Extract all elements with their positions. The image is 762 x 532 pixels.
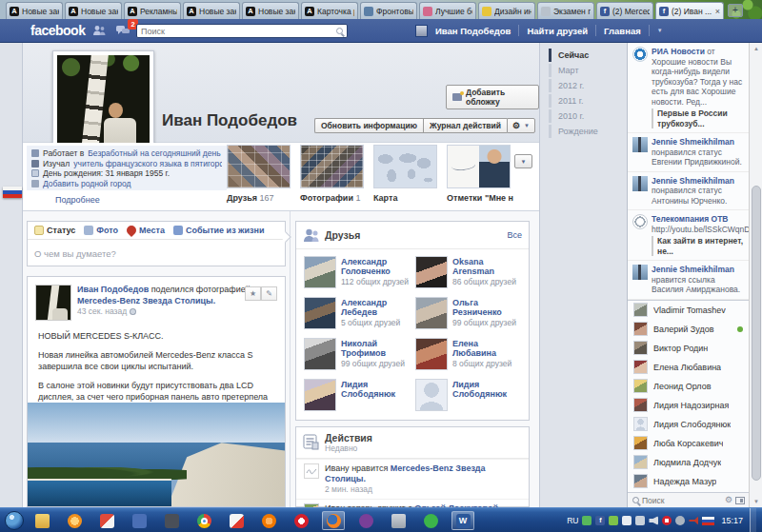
taskbar-clock[interactable]: 15:17 xyxy=(721,516,743,525)
friend-card[interactable]: Лидия Слободянюк xyxy=(304,379,410,411)
ticker-item[interactable]: Телекомпания ОТВ http://youtu.be/lSSkCWq… xyxy=(628,210,749,261)
chat-sidebar-toggle-icon[interactable] xyxy=(735,497,745,504)
search-input[interactable] xyxy=(141,27,336,36)
composer-tab-place[interactable]: Места xyxy=(127,226,165,235)
photos-tile[interactable] xyxy=(300,145,364,188)
tray-clipboard-icon[interactable] xyxy=(635,516,645,525)
page-scrollbar[interactable]: ▲ ▼ xyxy=(749,43,762,507)
friend-card[interactable]: Oksana Arensman86 общих друзей xyxy=(415,256,521,288)
account-menu-caret-icon[interactable]: ▼ xyxy=(657,28,663,33)
browser-tab[interactable]: АНовые зака... xyxy=(242,2,299,19)
chat-contact[interactable]: Леонид Орлов xyxy=(628,377,749,396)
composer-tab-status[interactable]: Статус xyxy=(34,226,75,235)
post-photo[interactable] xyxy=(28,403,285,507)
taskbar-opera[interactable] xyxy=(290,511,312,530)
friend-name-link[interactable]: Николай Трофимов xyxy=(341,339,410,358)
browser-tab[interactable]: Лучшие бо... xyxy=(419,2,476,19)
friend-card[interactable]: Александр Головченко112 общих друзей xyxy=(304,256,410,288)
show-desktop-button[interactable] xyxy=(750,508,756,532)
scroll-down-arrow[interactable]: ▼ xyxy=(750,496,762,507)
chat-contact[interactable]: Надежда Мазур xyxy=(628,472,749,491)
tray-sound-icon[interactable] xyxy=(689,516,698,525)
add-hometown-link[interactable]: Добавить родной город xyxy=(43,179,131,189)
highlight-star-button[interactable]: ★ xyxy=(245,286,261,301)
timenav-born[interactable]: Рождение xyxy=(549,125,610,138)
taskbar-word-active[interactable]: W xyxy=(451,511,474,530)
chat-contact[interactable]: Люба Корсакевич xyxy=(628,434,749,453)
ticker-item[interactable]: Jennie Shmeikhilman понравился статус Ев… xyxy=(628,133,749,172)
start-button[interactable] xyxy=(5,511,24,530)
scroll-up-arrow[interactable]: ▲ xyxy=(750,43,762,54)
chat-search-bar[interactable]: ⚙ xyxy=(628,492,750,507)
facebook-search-box[interactable] xyxy=(136,24,348,38)
add-cover-button[interactable]: Добавить обложку xyxy=(446,85,539,109)
scrollbar-thumb[interactable] xyxy=(752,186,761,481)
timenav-now[interactable]: Сейчас xyxy=(549,49,610,62)
tray-russian-flag-icon[interactable] xyxy=(702,517,714,525)
tray-opera-icon[interactable] xyxy=(662,516,672,525)
browser-tab[interactable]: АКарточка р... xyxy=(301,2,358,19)
ticker-actor-link[interactable]: Jennie Shmeikhilman xyxy=(652,137,734,147)
post-author-link[interactable]: Иван Подобедов xyxy=(77,285,149,294)
friend-card[interactable]: Ольга Резниченко99 общих друзей xyxy=(415,297,521,329)
settings-gear-button[interactable]: ⚙ ▼ xyxy=(507,118,535,133)
map-tile-label[interactable]: Карта xyxy=(373,193,397,203)
chat-options-gear-icon[interactable]: ⚙ xyxy=(725,496,732,504)
taskbar-folder2[interactable] xyxy=(387,511,410,530)
friend-name-link[interactable]: Лидия Слободянюк xyxy=(452,380,521,399)
tray-facebook-icon[interactable]: f xyxy=(595,516,605,525)
ticker-item[interactable]: РИА Новости от Хорошие новости Вы когда-… xyxy=(628,43,749,133)
composer-tab-photo[interactable]: Фото xyxy=(84,226,118,235)
chat-contact[interactable]: Виктор Родин xyxy=(628,339,749,358)
photos-tile-label[interactable]: Фотографии 1 xyxy=(300,193,360,203)
chat-contact[interactable]: Лидия Слободянюк xyxy=(628,415,749,434)
tray-volume-icon[interactable] xyxy=(649,516,658,525)
friends-tile-label[interactable]: Друзья 167 xyxy=(227,193,273,203)
taskbar-explorer[interactable] xyxy=(30,511,53,530)
home-link[interactable]: Главная xyxy=(604,26,641,36)
likes-tile[interactable] xyxy=(447,145,511,188)
taskbar-icq[interactable] xyxy=(419,511,442,530)
browser-tab[interactable]: Экзамен пд... xyxy=(537,2,594,19)
friend-name-link[interactable]: Лидия Слободянюк xyxy=(341,380,410,399)
about-more-link[interactable]: Подробнее xyxy=(55,195,100,205)
ticker-actor-link[interactable]: Jennie Shmeikhilman xyxy=(652,265,734,274)
education-link[interactable]: учитель французского языка в пятигорский… xyxy=(73,159,222,169)
browser-tab[interactable]: Дизайн инт... xyxy=(478,2,535,19)
status-input[interactable] xyxy=(34,248,278,259)
browser-tab[interactable]: f(2) Mercede... xyxy=(596,2,653,19)
navbar-profile-link[interactable]: Иван Подобедов xyxy=(435,26,511,36)
browser-tab[interactable]: Фронтовые ... xyxy=(360,2,417,19)
ticker-item[interactable]: Jennie Shmeikhilman понравился статус Ан… xyxy=(628,172,749,211)
taskbar-roxio[interactable] xyxy=(354,511,377,530)
language-indicator[interactable]: RU xyxy=(567,516,578,525)
tray-app-icon[interactable] xyxy=(675,516,685,525)
friend-name-link[interactable]: Oksana Arensman xyxy=(452,257,521,276)
taskbar-picture-manager[interactable] xyxy=(95,511,118,530)
ticker-actor-link[interactable]: Телекомпания ОТВ xyxy=(652,214,729,224)
chat-contact[interactable]: Елена Любавина xyxy=(628,358,749,377)
map-tile[interactable] xyxy=(373,145,437,188)
ticker-quote[interactable]: Первые в России трубкозуб... xyxy=(652,108,744,128)
taskbar-browser-orange[interactable] xyxy=(257,511,280,530)
find-friends-link[interactable]: Найти друзей xyxy=(527,26,588,36)
see-all-friends-link[interactable]: Все xyxy=(507,230,522,240)
edit-pencil-button[interactable]: ✎ xyxy=(261,286,277,301)
friends-tile[interactable] xyxy=(227,145,291,188)
browser-tab[interactable]: АРекламные ... xyxy=(124,2,181,19)
friend-card[interactable]: Николай Трофимов99 общих друзей xyxy=(304,338,410,370)
facebook-logo[interactable]: facebook xyxy=(30,23,85,38)
post-author-avatar[interactable] xyxy=(35,285,71,321)
taskbar-firefox-active[interactable] xyxy=(322,511,345,530)
friend-card[interactable]: Елена Любавина8 общих друзей xyxy=(415,338,521,370)
friend-requests-icon[interactable] xyxy=(91,24,107,37)
friend-name-link[interactable]: Александр Лебедев xyxy=(341,298,410,317)
new-tab-button[interactable]: + xyxy=(728,4,743,17)
tray-app-icon[interactable] xyxy=(582,516,592,525)
search-icon[interactable] xyxy=(336,28,343,34)
tiles-expand-button[interactable]: ▼ xyxy=(514,154,532,168)
ticker-quote[interactable]: Как зайти в интернет, не... xyxy=(652,236,761,256)
chat-contact[interactable]: Валерий Зудов xyxy=(628,320,749,339)
browser-tab[interactable]: АНовые зака... xyxy=(65,2,122,19)
tray-app-icon[interactable] xyxy=(609,516,618,525)
